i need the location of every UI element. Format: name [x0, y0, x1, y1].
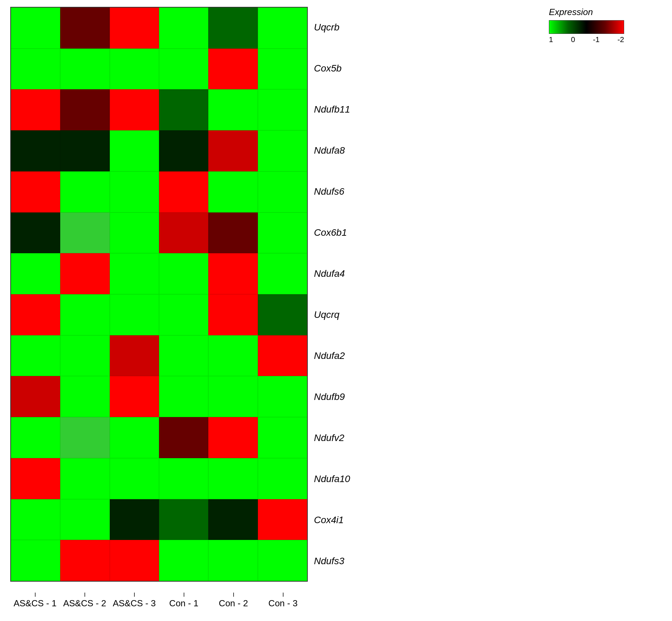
heatmap-cell — [258, 8, 307, 49]
legend-ticks: 10-1-2 — [549, 35, 624, 44]
heatmap-grid — [10, 7, 308, 582]
heatmap-cell — [110, 335, 159, 376]
gene-label: Uqcrq — [311, 294, 380, 335]
heatmap-cell — [159, 49, 208, 90]
heatmap-cell — [208, 499, 258, 540]
heatmap-cell — [110, 294, 159, 335]
column-label-text: Con - 2 — [219, 598, 248, 609]
heatmap-cell — [208, 49, 258, 90]
tick-mark — [134, 593, 135, 597]
heatmap-cell — [60, 89, 109, 130]
heatmap-cell — [60, 212, 109, 254]
tick-mark — [233, 593, 234, 597]
gene-label: Ndufa4 — [311, 253, 380, 294]
heatmap-cell — [11, 49, 60, 90]
heatmap-cell — [60, 499, 109, 540]
column-label-text: AS&CS - 1 — [14, 598, 57, 609]
gene-label: Cox6b1 — [311, 212, 380, 253]
column-label: Con - 3 — [258, 585, 308, 612]
heatmap-cell — [258, 49, 307, 90]
heatmap-cell — [208, 8, 258, 49]
heatmap-cell — [208, 540, 258, 581]
heatmap-cell — [60, 335, 109, 376]
heatmap-cell — [258, 294, 307, 335]
gene-label: Cox5b — [311, 48, 380, 89]
heatmap-cell — [11, 499, 60, 540]
heatmap-cell — [11, 540, 60, 581]
heatmap-cell — [110, 540, 159, 581]
gene-label: Cox4i1 — [311, 500, 380, 541]
col-labels: AS&CS - 1AS&CS - 2AS&CS - 3Con - 1Con - … — [10, 585, 308, 612]
heatmap-cell — [110, 89, 159, 130]
heatmap-cell — [60, 417, 109, 458]
heatmap-cell — [110, 8, 159, 49]
heatmap-cell — [110, 130, 159, 171]
heatmap-cell — [110, 171, 159, 212]
heatmap-cell — [60, 376, 109, 417]
heatmap-cell — [258, 417, 307, 458]
column-label: AS&CS - 2 — [60, 585, 109, 612]
column-label: Con - 1 — [159, 585, 209, 612]
heatmap-cell — [159, 499, 208, 540]
heatmap-cell — [208, 294, 258, 335]
heatmap-cell — [11, 335, 60, 376]
heatmap-cell — [60, 130, 109, 171]
heatmap-cell — [208, 171, 258, 212]
column-label-text: Con - 1 — [169, 598, 198, 609]
heatmap-cell — [60, 49, 109, 90]
heatmap-cell — [110, 376, 159, 417]
heatmap-cell — [159, 458, 208, 499]
heatmap-cell — [258, 212, 307, 254]
tick-mark — [84, 593, 85, 597]
gene-label: Ndufa8 — [311, 130, 380, 171]
gene-label: Ndufs3 — [311, 541, 380, 582]
legend-title: Expression — [549, 7, 645, 17]
heatmap-cell — [159, 417, 208, 458]
heatmap-cell — [258, 540, 307, 581]
legend-tick-label: -1 — [593, 35, 600, 44]
heatmap-cell — [110, 458, 159, 499]
gene-label: Ndufb9 — [311, 376, 380, 417]
heatmap-cell — [258, 253, 307, 294]
heatmap-cell — [159, 212, 208, 254]
heatmap-cell — [258, 130, 307, 171]
heatmap-cell — [208, 212, 258, 254]
gene-label: Ndufa2 — [311, 335, 380, 376]
heatmap-cell — [258, 335, 307, 376]
heatmap-cell — [159, 171, 208, 212]
heatmap-cell — [60, 458, 109, 499]
legend-bar — [549, 20, 624, 34]
heatmap-cell — [159, 253, 208, 294]
heatmap-cell — [60, 8, 109, 49]
heatmap-cell — [11, 130, 60, 171]
heatmap-cell — [11, 212, 60, 254]
heatmap-cell — [258, 499, 307, 540]
heatmap-cell — [11, 8, 60, 49]
heatmap-cell — [110, 253, 159, 294]
heatmap-cell — [258, 171, 307, 212]
heatmap-cell — [208, 130, 258, 171]
heatmap-cell — [60, 253, 109, 294]
legend-tick-label: 1 — [549, 35, 553, 44]
heatmap-cell — [11, 253, 60, 294]
gene-label: Ndufb11 — [311, 89, 380, 130]
heatmap-cell — [60, 294, 109, 335]
heatmap-area: UqcrbCox5bNdufb11Ndufa8Ndufs6Cox6b1Ndufa… — [10, 7, 308, 595]
heatmap-cell — [208, 458, 258, 499]
heatmap-cell — [11, 89, 60, 130]
column-label: AS&CS - 1 — [10, 585, 60, 612]
legend: Expression 10-1-2 — [549, 7, 645, 68]
heatmap-cell — [208, 253, 258, 294]
column-label-text: Con - 3 — [268, 598, 298, 609]
heatmap-cell — [208, 335, 258, 376]
column-label: AS&CS - 3 — [109, 585, 159, 612]
heatmap-cell — [159, 540, 208, 581]
column-label-text: AS&CS - 2 — [63, 598, 106, 609]
heatmap-cell — [159, 376, 208, 417]
heatmap-cell — [110, 417, 159, 458]
heatmap-cell — [159, 335, 208, 376]
heatmap-cell — [60, 540, 109, 581]
legend-tick-label: -2 — [617, 35, 624, 44]
heatmap-cell — [60, 171, 109, 212]
heatmap-cell — [159, 8, 208, 49]
